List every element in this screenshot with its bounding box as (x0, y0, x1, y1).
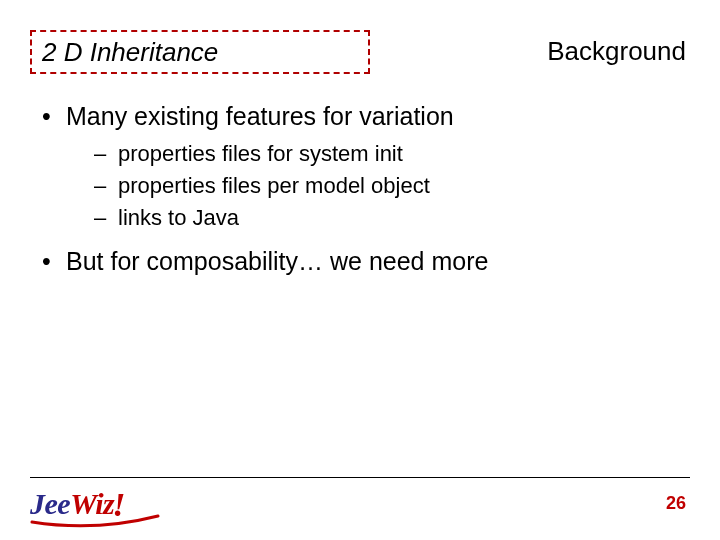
sub-bullet-item: properties files per model object (66, 170, 682, 202)
bullet-text: Many existing features for variation (66, 102, 454, 130)
title-box: 2 D Inheritance (30, 30, 370, 74)
section-label: Background (547, 36, 686, 67)
footer-rule (30, 477, 690, 478)
sub-bullet-item: properties files for system init (66, 138, 682, 170)
logo-part-jee: Jee (30, 487, 70, 521)
sub-bullet-text: links to Java (118, 205, 239, 230)
sub-bullet-item: links to Java (66, 202, 682, 234)
bullet-text: But for composability… we need more (66, 247, 488, 275)
bullet-item: But for composability… we need more (38, 245, 682, 279)
page-number: 26 (666, 493, 686, 514)
logo-part-wiz: Wiz (70, 487, 114, 521)
bullet-list: Many existing features for variation pro… (38, 100, 682, 279)
slide-title: 2 D Inheritance (42, 37, 218, 68)
jeewiz-logo: JeeWiz! (30, 484, 127, 524)
bullet-item: Many existing features for variation pro… (38, 100, 682, 233)
sub-bullet-text: properties files for system init (118, 141, 403, 166)
slide: 2 D Inheritance Background Many existing… (0, 0, 720, 540)
logo-exclaim-icon: ! (112, 486, 125, 524)
sub-bullet-text: properties files per model object (118, 173, 430, 198)
sub-bullet-list: properties files for system init propert… (66, 138, 682, 234)
body-content: Many existing features for variation pro… (38, 100, 682, 285)
